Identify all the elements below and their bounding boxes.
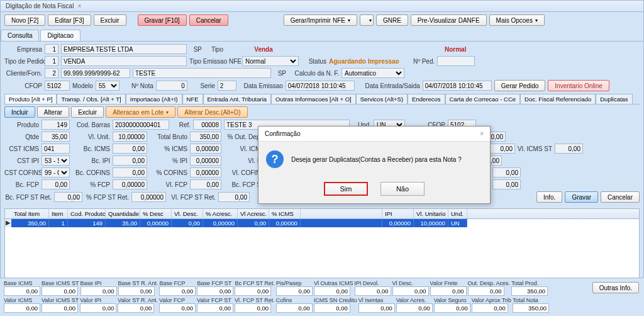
ref-label: Ref. bbox=[172, 121, 191, 128]
subtab-entrada[interactable]: Entrada Ant. Tributaria bbox=[203, 94, 272, 104]
total-value: 0,00 bbox=[430, 286, 467, 296]
total-value: 0,00 bbox=[355, 286, 391, 296]
col-total-item: Total Item bbox=[11, 209, 49, 218]
cstipi-select[interactable]: 53 - Saida n bbox=[42, 155, 70, 166]
outras-info-button[interactable]: Outras Info. bbox=[592, 282, 639, 293]
vlfcpstret-label: Vl. FCP ST Ret. bbox=[169, 194, 216, 201]
vlunit-input[interactable] bbox=[113, 132, 147, 142]
total-label: Vl Isentas bbox=[358, 297, 395, 303]
subtab-outras[interactable]: Outras Informacoes [Alt + O] bbox=[271, 94, 356, 104]
vlpis-input[interactable] bbox=[492, 167, 521, 178]
total-value: 0,00 bbox=[159, 286, 196, 296]
alterar-button[interactable]: Alterar bbox=[37, 106, 69, 118]
bcfcpstret-input[interactable] bbox=[54, 192, 82, 202]
bcipi-input[interactable] bbox=[113, 155, 147, 166]
pcofins-input[interactable] bbox=[190, 167, 221, 178]
ref-input[interactable] bbox=[193, 120, 221, 130]
subtab-servicos[interactable]: Servicos (Alt+S) bbox=[356, 94, 408, 104]
modelo-select[interactable]: 55 bbox=[96, 81, 119, 91]
bcfcp-input[interactable] bbox=[42, 179, 70, 189]
subtab-transp[interactable]: Transp. / Obs. [Alt + T] bbox=[57, 94, 125, 104]
total-value: 0,00 bbox=[80, 286, 117, 296]
dialog-title: Confirmação bbox=[265, 130, 301, 137]
novo-button[interactable]: Novo [F2] bbox=[4, 14, 45, 26]
tipo-emissao-select[interactable]: Normal bbox=[242, 56, 299, 66]
editar-button[interactable]: Editar [F3] bbox=[48, 14, 91, 26]
alt-lote-button[interactable]: Alteracao em Lote bbox=[106, 106, 175, 118]
codbarras-label: Cod. Barras bbox=[72, 121, 110, 128]
total-value: 0,00 bbox=[235, 303, 271, 313]
main-tabs: Consulta Digitacao bbox=[1, 30, 643, 42]
total-label: Base ICMS ST bbox=[42, 280, 79, 286]
total-value: 0,00 bbox=[197, 286, 233, 296]
bcfcpstret-label: Bc. FCP ST Ret. bbox=[4, 194, 52, 201]
total-value: 0,00 bbox=[276, 286, 313, 296]
tab-digitacao[interactable]: Digitacao bbox=[40, 30, 80, 41]
table-row[interactable]: ▶ 350,00 1 149 35,00 0,00000 0,00 0,0000… bbox=[5, 219, 639, 227]
total-label: Total Prod. bbox=[511, 280, 548, 286]
dialog-close-icon[interactable]: × bbox=[480, 130, 484, 137]
total-label: Cofins bbox=[276, 297, 313, 303]
vlicmsst-hdr-input[interactable] bbox=[555, 144, 583, 154]
produto-input[interactable] bbox=[42, 120, 70, 130]
picms-input[interactable] bbox=[190, 144, 221, 154]
info-button[interactable]: Info. bbox=[536, 191, 562, 203]
close-icon[interactable]: × bbox=[77, 3, 81, 9]
vlfcp-input[interactable] bbox=[190, 179, 221, 189]
subtab-nfe[interactable]: NFE bbox=[182, 94, 203, 104]
bcicmsst-input[interactable] bbox=[487, 144, 515, 154]
subtab-duplicatas[interactable]: Duplicatas bbox=[596, 94, 632, 104]
vlfcpstret-input[interactable] bbox=[218, 192, 250, 202]
total-value: 0,00 bbox=[42, 303, 78, 313]
subtab-produto[interactable]: Produto [Alt + P] bbox=[4, 94, 57, 104]
gravar-prod-button[interactable]: Gravar bbox=[565, 191, 598, 203]
bcipi-label: Bc. IPI bbox=[72, 157, 110, 164]
gerar-nfe-dropdown[interactable] bbox=[360, 14, 374, 26]
total-value: 0,00 bbox=[4, 303, 40, 313]
subtab-importacao[interactable]: Importacao (Alt+I) bbox=[126, 94, 182, 104]
gnre-button[interactable]: GNRE bbox=[376, 14, 408, 26]
nnota-label: Nº Nota bbox=[122, 82, 153, 89]
bcicms-input[interactable] bbox=[113, 144, 147, 154]
total-label: Valor ICMS bbox=[4, 297, 40, 303]
excluir-button[interactable]: Excluir bbox=[94, 14, 126, 26]
qtde-input[interactable] bbox=[42, 132, 70, 142]
pre-danfe-button[interactable]: Pre-Visualizar DANFE bbox=[411, 14, 487, 26]
incluir-button[interactable]: Incluir bbox=[4, 106, 35, 118]
pfcp-input[interactable] bbox=[113, 179, 147, 189]
tab-consulta[interactable]: Consulta bbox=[1, 30, 39, 41]
mais-opcoes-button[interactable]: Mais Opcoes bbox=[489, 14, 545, 26]
empresa-label: Empresa bbox=[4, 46, 42, 53]
codbarras-input[interactable] bbox=[113, 120, 169, 130]
bccofins-input[interactable] bbox=[113, 167, 147, 178]
pipi-input[interactable] bbox=[190, 155, 221, 166]
tipo-pedido-cod-input[interactable] bbox=[45, 56, 58, 66]
empresa-cod-input[interactable] bbox=[45, 44, 58, 54]
col-pdesc: % Desc bbox=[140, 209, 172, 218]
col-cod-produto: Cod. Produtc bbox=[68, 209, 106, 218]
cfop-input[interactable] bbox=[45, 81, 70, 91]
sim-button[interactable]: Sim bbox=[324, 182, 368, 196]
gravar-button[interactable]: Gravar [F10] bbox=[138, 14, 187, 26]
nao-button[interactable]: Não bbox=[380, 182, 425, 196]
cliente-cod-input[interactable] bbox=[45, 68, 58, 78]
empresa-nome-input bbox=[61, 44, 187, 54]
subtab-enderecos[interactable]: Enderecos bbox=[408, 94, 445, 104]
calculo-select[interactable]: Automatico bbox=[341, 68, 404, 78]
gerar-nfe-button[interactable]: Gerar/Imprimir NFE bbox=[284, 14, 357, 26]
cancelar-prod-button[interactable]: Cancelar bbox=[601, 191, 640, 203]
alt-desc-button[interactable]: Alterar Desc.(Alt+D) bbox=[177, 106, 247, 118]
question-icon: ? bbox=[266, 150, 284, 168]
gerar-pedido-button[interactable]: Gerar Pedido bbox=[494, 80, 545, 91]
subtab-cce[interactable]: Carta de Correcao - CCe bbox=[445, 94, 521, 104]
total-label: Vl Desc. bbox=[392, 280, 429, 286]
subtab-docref[interactable]: Doc. Fiscal Referenciado bbox=[520, 94, 596, 104]
inventario-button[interactable]: Inventario Online bbox=[548, 80, 609, 91]
excluir-prod-button[interactable]: Excluir bbox=[71, 106, 104, 118]
total-value: 0,00 bbox=[472, 303, 508, 313]
cancelar-button[interactable]: Cancelar bbox=[189, 14, 228, 26]
cstcofins-select[interactable]: 99 - Outras bbox=[42, 167, 70, 178]
csticms-input[interactable] bbox=[42, 144, 70, 154]
pfcpstret-input[interactable] bbox=[131, 192, 166, 202]
vlipidevol-input[interactable] bbox=[492, 179, 521, 189]
